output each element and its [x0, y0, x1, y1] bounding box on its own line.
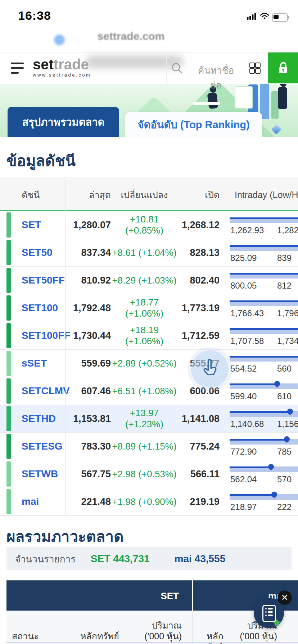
intraday-low: 562.04	[230, 474, 257, 484]
settrade-logo[interactable]: settrade www.settrade.com	[33, 57, 91, 78]
row-accent-bar	[6, 351, 11, 376]
intraday-low: 1,766.43	[230, 308, 264, 318]
table-row[interactable]: SET100 1,792.48 +18.77 (+1.06%) 1,773.19…	[0, 294, 298, 322]
table-row[interactable]: SET100FF 1,730.44 +18.19 (+1.06%) 1,712.…	[0, 322, 298, 350]
change-value: +8.29 (+1.03%)	[110, 275, 179, 286]
table-row[interactable]: sSET 559.69 +2.89 (+0.52%) 555.77 554.52…	[0, 350, 298, 377]
divider	[190, 52, 190, 83]
col-last: ล่าสุด	[42, 188, 111, 202]
row-accent-bar	[6, 295, 11, 321]
transactions-summary-bar: จำนวนรายการ SET 443,731 mai 43,555	[6, 547, 292, 570]
intraday-range-bar	[230, 300, 298, 306]
status-bar: 16:38	[0, 0, 298, 22]
intraday-line	[230, 466, 271, 468]
row-accent-bar	[6, 378, 11, 404]
intraday-line	[230, 217, 298, 219]
intraday-high: 1,796	[277, 308, 298, 318]
clock: 16:38	[18, 9, 51, 23]
table-row[interactable]: SET 1,280.07 +10.81 (+0.85%) 1,268.12 1,…	[0, 211, 298, 239]
search-input[interactable]: ค้นหาชื่อย่อ	[194, 63, 238, 92]
intraday-line	[230, 300, 298, 302]
index-table: ดัชนี ล่าสุด เปลี่ยนแปลง เปิด Intraday (…	[0, 177, 298, 516]
table-row[interactable]: SETHD 1,153.81 +13.97 (+1.23%) 1,141.08 …	[0, 405, 298, 433]
set-transactions: SET 443,731	[91, 553, 149, 565]
logo-trade: trade	[54, 56, 89, 72]
logo-set: set	[33, 56, 54, 72]
lock-icon	[277, 61, 289, 75]
close-fab-button[interactable]: ✕	[277, 590, 292, 605]
intraday-range-bar	[230, 328, 298, 334]
intraday-high: 560	[277, 364, 292, 374]
hand-pointer-icon	[200, 358, 220, 380]
table-row[interactable]: SET50FF 810.92 +8.29 (+1.03%) 802.40 800…	[0, 267, 298, 294]
table-row[interactable]: SETWB 567.75 +2.98 (+0.53%) 566.11 562.0…	[0, 460, 298, 488]
last-value: 837.34	[42, 247, 111, 258]
last-value: 810.92	[42, 275, 111, 286]
set-section-header: SET	[161, 590, 179, 602]
intraday-high: 1,734	[277, 336, 298, 346]
tap-cursor	[191, 350, 229, 388]
logo-tagline: www.settrade.com	[33, 72, 91, 78]
index-name-link[interactable]: mai	[22, 496, 39, 507]
next-row-accent	[6, 642, 298, 643]
banner-desk	[193, 102, 220, 105]
wifi-icon	[260, 13, 269, 19]
transactions-label: จำนวนรายการ	[15, 552, 76, 566]
intraday-marker-icon	[287, 409, 293, 414]
login-lock-button[interactable]	[268, 52, 298, 83]
search-icon[interactable]	[171, 62, 184, 75]
intraday-high: 222	[277, 502, 292, 512]
tab-top-ranking[interactable]: จัดอันดับ (Top Ranking)	[125, 112, 262, 137]
divider	[166, 52, 167, 83]
col-status: สถานะ	[12, 631, 39, 641]
apps-grid-icon[interactable]	[249, 63, 261, 74]
change-value: +18.77 (+1.06%)	[110, 297, 179, 319]
last-value: 783.30	[42, 441, 111, 452]
row-accent-bar	[6, 434, 11, 459]
col-index: ดัชนี	[22, 188, 40, 202]
last-value: 559.69	[42, 358, 111, 369]
index-name-link[interactable]: SET	[22, 219, 41, 231]
intraday-high: 785	[277, 447, 292, 457]
col-open: เปิด	[176, 188, 220, 202]
blurred-background-text	[86, 55, 184, 68]
menu-icon[interactable]	[11, 62, 24, 74]
browser-url-text: settrade.com	[77, 30, 185, 42]
intraday-low: 1,707.58	[230, 336, 264, 346]
market-table-header: SET mai	[6, 580, 298, 611]
table-row[interactable]: mai 221.48 +1.98 (+0.90%) 219.19 218.97 …	[0, 488, 298, 516]
intraday-high: 1,156	[277, 419, 298, 429]
index-rows: SET 1,280.07 +10.81 (+0.85%) 1,268.12 1,…	[0, 211, 298, 516]
intraday-line	[230, 439, 287, 441]
divider	[162, 553, 162, 565]
change-value: +1.98 (+0.90%)	[110, 496, 179, 507]
banner-bar	[271, 91, 279, 119]
intraday-line	[230, 356, 298, 358]
intraday-line	[230, 245, 298, 247]
tab-market-summary[interactable]: สรุปภาพรวมตลาด	[8, 107, 119, 137]
table-row[interactable]: SET50 837.34 +8.61 (+1.04%) 828.13 825.0…	[0, 239, 298, 267]
change-value: +6.51 (+1.08%)	[110, 386, 179, 397]
row-accent-bar	[6, 461, 11, 487]
banner-figure	[207, 92, 218, 109]
col-intraday: Intraday (Low/Hi	[235, 189, 298, 200]
intraday-high: 839	[277, 253, 292, 263]
intraday-range-bar	[230, 439, 298, 445]
intraday-low: 1,140.68	[230, 419, 264, 429]
table-row[interactable]: SETCLMV 607.46 +6.51 (+1.08%) 600.06 599…	[0, 377, 298, 405]
intraday-range-bar	[230, 383, 298, 389]
open-value: 1,268.12	[176, 220, 220, 231]
intraday-range-bar	[230, 356, 298, 362]
intraday-range-bar	[230, 494, 298, 500]
open-value: 566.11	[176, 469, 220, 480]
intraday-line	[230, 383, 277, 385]
column-divider	[66, 177, 66, 516]
section-title-market-overview: ผลรวมภาวะตลาด	[6, 525, 123, 548]
cellular-signal-icon	[247, 13, 257, 20]
row-accent-bar	[6, 406, 11, 431]
intraday-range-bar	[230, 245, 298, 251]
table-row[interactable]: SETESG 783.30 +8.89 (+1.15%) 775.24 772.…	[0, 433, 298, 460]
row-accent-bar	[6, 212, 11, 238]
intraday-marker-icon	[268, 464, 274, 470]
blurred-favicon	[54, 34, 65, 45]
